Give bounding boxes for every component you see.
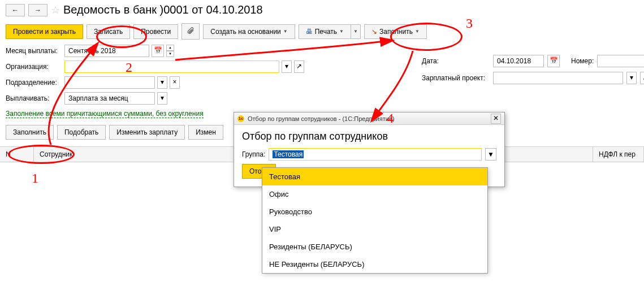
month-spin-up-button[interactable]: ▲ (166, 45, 174, 51)
chevron-down-icon: ▼ (415, 29, 420, 34)
calendar-icon: 📅 (154, 46, 162, 54)
organization-label: Организация: (6, 63, 62, 71)
date-input[interactable] (493, 55, 544, 67)
subdivision-dropdown-button[interactable]: ▾ (157, 76, 167, 89)
salary-project-dropdown-button[interactable]: ▾ (626, 72, 637, 84)
subdivision-label: Подразделение: (6, 79, 62, 86)
nav-forward-button[interactable]: → (28, 4, 47, 16)
dialog-titlebar: Отбор по группам сотрудников - (1С:Предп… (248, 115, 487, 122)
open-icon: ↗ (296, 62, 302, 70)
write-button[interactable]: Записать (87, 24, 130, 39)
attach-button[interactable] (181, 23, 200, 40)
clear-icon: × (172, 78, 176, 86)
chevron-down-icon: ▾ (161, 78, 164, 86)
calendar-icon: 📅 (550, 57, 558, 64)
chevron-down-icon: ▼ (487, 150, 494, 158)
dropdown-item-nerezidenty[interactable]: НЕ Резиденты (БЕЛАРУСЬ) (262, 256, 487, 273)
group-label: Группа: (242, 150, 265, 158)
chevron-down-icon: ▼ (353, 29, 358, 34)
number-label: Номер: (571, 57, 594, 65)
date-calendar-button[interactable]: 📅 (547, 55, 560, 67)
post-button[interactable]: Провести (133, 24, 178, 39)
chevron-down-icon: ▼ (339, 29, 344, 34)
nav-back-button[interactable]: ← (6, 4, 25, 16)
salary-project-open-button[interactable]: ↗ (640, 72, 644, 84)
pay-input[interactable] (64, 92, 155, 105)
organization-open-button[interactable]: ↗ (294, 60, 304, 73)
pick-button[interactable]: Подобрать (57, 125, 106, 140)
group-dropdown-button[interactable]: ▼ (485, 148, 496, 161)
group-input[interactable]: Тестовая (269, 148, 482, 161)
salary-project-label: Зарплатный проект: (422, 74, 490, 82)
dropdown-item-rukovodstvo[interactable]: Руководство (262, 203, 487, 220)
dialog-heading: Отбор по группам сотрудников (234, 125, 504, 146)
group-dropdown-list: Тестовая Офис Руководство VIP Резиденты … (262, 167, 488, 274)
chevron-down-icon: ▾ (161, 94, 164, 102)
printer-icon: 🖶 (306, 28, 313, 36)
create-based-on-button[interactable]: Создать на основании ▼ (203, 24, 295, 39)
app-icon: 1c (237, 115, 244, 122)
pay-dropdown-button[interactable]: ▾ (157, 92, 167, 105)
page-title: Ведомость в банк )0001 от 04.10.2018 (63, 3, 263, 16)
annotation-number-1: 1 (32, 171, 38, 186)
chevron-down-icon: ▾ (285, 62, 288, 70)
pay-label: Выплачивать: (6, 94, 62, 102)
dialog-close-button[interactable]: ✕ (491, 114, 501, 124)
fill-main-button[interactable]: ↘ Заполнить ▼ (364, 24, 427, 39)
close-icon: ✕ (493, 114, 499, 122)
chevron-down-icon: ▾ (630, 73, 633, 81)
month-calendar-button[interactable]: 📅 (152, 45, 164, 57)
subdivision-input[interactable] (64, 76, 155, 89)
dropdown-item-testovaya[interactable]: Тестовая (262, 168, 487, 185)
subdivision-clear-button[interactable]: × (170, 76, 180, 89)
fill-arrow-icon: ↘ (371, 28, 377, 36)
month-label: Месяц выплаты: (6, 47, 62, 55)
fill-settings-link[interactable]: Заполнение всеми причитающимися суммами,… (6, 110, 204, 118)
column-ndfl: НДФЛ к пер (593, 147, 644, 162)
change-button[interactable]: Измен (188, 125, 223, 140)
month-input[interactable] (64, 45, 149, 57)
date-label: Дата: (422, 57, 490, 65)
organization-dropdown-button[interactable]: ▾ (282, 60, 292, 73)
organization-input[interactable] (64, 60, 279, 73)
chevron-down-icon: ▼ (283, 29, 288, 34)
group-input-selected-text: Тестовая (273, 150, 304, 158)
column-n: N (0, 147, 34, 162)
change-salary-button[interactable]: Изменить зарплату (109, 125, 185, 140)
favorite-star-icon[interactable]: ☆ (51, 4, 60, 16)
dropdown-item-rezidenty[interactable]: Резиденты (БЕЛАРУСЬ) (262, 238, 487, 256)
month-spin-down-button[interactable]: ▼ (166, 51, 174, 57)
dropdown-item-vip[interactable]: VIP (262, 220, 487, 238)
print-button[interactable]: 🖶 Печать ▼ (299, 24, 351, 39)
fill-subtable-button[interactable]: Заполнить (6, 125, 54, 140)
number-input[interactable] (597, 55, 644, 67)
print-split-button[interactable]: ▼ (351, 24, 361, 39)
paperclip-icon (187, 27, 195, 36)
post-and-close-button[interactable]: Провести и закрыть (6, 24, 83, 39)
dropdown-item-ofis[interactable]: Офис (262, 185, 487, 203)
salary-project-input[interactable] (493, 72, 623, 84)
